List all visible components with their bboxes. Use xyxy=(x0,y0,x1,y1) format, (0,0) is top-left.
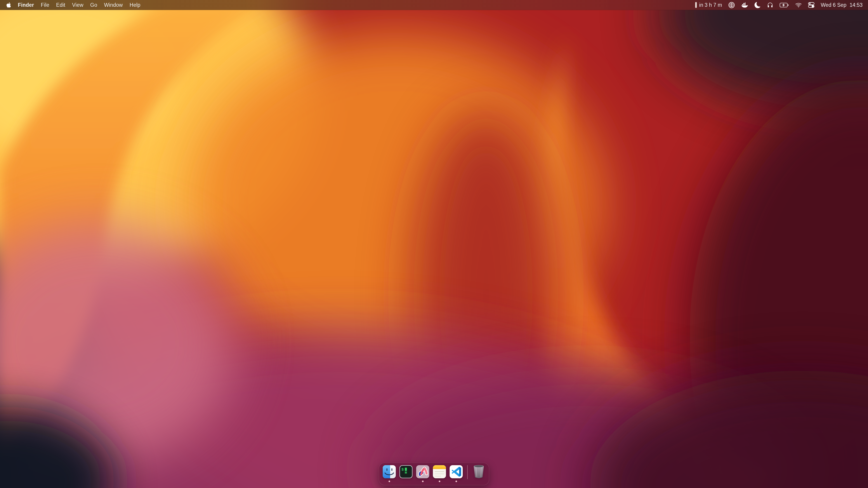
menu-go[interactable]: Go xyxy=(90,0,97,10)
timer-status[interactable]: in 3 h 7 m xyxy=(695,0,722,10)
running-indicator xyxy=(389,481,390,482)
dock: $ xyxy=(379,463,489,485)
vscode-icon xyxy=(450,465,463,478)
wifi-status[interactable] xyxy=(795,0,802,10)
dock-separator xyxy=(467,465,468,479)
menu-window[interactable]: Window xyxy=(104,0,123,10)
timer-text: in 3 h 7 m xyxy=(699,2,722,8)
battery-charging-icon xyxy=(780,2,789,8)
dock-vscode[interactable] xyxy=(450,465,463,482)
wallpaper xyxy=(0,0,868,488)
clock-time: 14:53 xyxy=(849,2,863,8)
headphones-icon xyxy=(767,2,773,8)
menu-bar-status: in 3 h 7 m xyxy=(695,0,868,10)
control-center-icon xyxy=(808,2,814,8)
trash-icon xyxy=(472,464,485,479)
keyhole-icon xyxy=(728,2,735,8)
dock-terminal[interactable]: $ xyxy=(399,465,412,478)
menu-edit[interactable]: Edit xyxy=(56,0,65,10)
menu-file[interactable]: File xyxy=(41,0,49,10)
apple-menu[interactable] xyxy=(6,2,11,8)
desktop: Finder File Edit View Go Window Help in … xyxy=(0,0,868,488)
timer-bar-icon xyxy=(695,2,697,8)
menu-view[interactable]: View xyxy=(72,0,84,10)
app-menu-finder[interactable]: Finder xyxy=(18,0,34,10)
moon-focus-icon xyxy=(754,2,761,8)
clock-date: Wed 6 Sep xyxy=(821,2,846,8)
finder-icon xyxy=(383,465,396,478)
menu-bar: Finder File Edit View Go Window Help in … xyxy=(0,0,868,10)
arc-browser-icon xyxy=(416,465,429,478)
running-indicator xyxy=(456,481,457,482)
menu-bar-clock[interactable]: Wed 6 Sep 14:53 xyxy=(821,0,863,10)
docker-icon xyxy=(741,2,748,8)
dock-notes[interactable] xyxy=(433,465,446,482)
running-indicator xyxy=(422,481,424,482)
control-center-status[interactable] xyxy=(808,0,814,10)
notes-icon xyxy=(433,465,446,478)
dock-arc[interactable] xyxy=(416,465,429,482)
svg-text:$: $ xyxy=(401,467,404,472)
menu-help[interactable]: Help xyxy=(129,0,141,10)
menu-bar-left: Finder File Edit View Go Window Help xyxy=(0,0,141,10)
audio-output-status[interactable] xyxy=(767,0,773,10)
running-indicator xyxy=(439,481,440,482)
wifi-icon xyxy=(795,2,802,8)
apple-icon xyxy=(6,2,11,8)
focus-status[interactable] xyxy=(754,0,761,10)
docker-status[interactable] xyxy=(741,0,748,10)
dock-finder[interactable] xyxy=(383,465,396,482)
dock-trash[interactable] xyxy=(472,465,485,479)
password-manager-status[interactable] xyxy=(728,0,735,10)
terminal-icon: $ xyxy=(399,465,412,478)
battery-status[interactable] xyxy=(780,0,789,10)
